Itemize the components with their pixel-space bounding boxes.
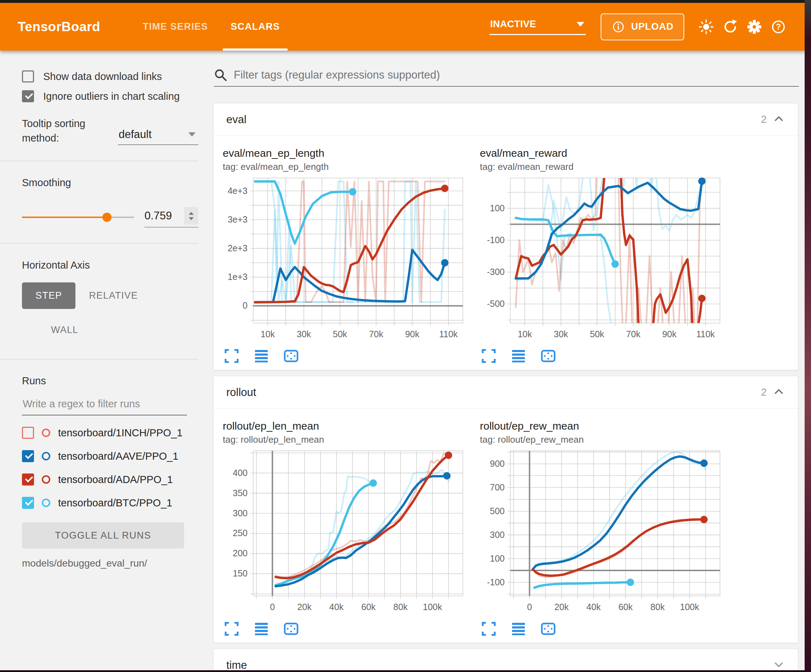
smoothing-stepper[interactable] (184, 207, 199, 225)
ignore-outliers-checkbox[interactable]: Ignore outliers in chart scaling (22, 90, 199, 102)
axis-relative-button[interactable]: RELATIVE (75, 283, 151, 309)
run-checkbox[interactable] (22, 474, 34, 486)
svg-text:900: 900 (490, 459, 505, 469)
svg-text:20k: 20k (297, 602, 312, 612)
run-row[interactable]: tensorboard/ADA/PPO_1 (22, 474, 199, 486)
svg-text:0: 0 (243, 300, 248, 310)
series-end-dot (698, 178, 706, 185)
runs-list: tensorboard/1INCH/PPO_1tensorboard/AAVE/… (22, 427, 199, 509)
run-color-circle[interactable] (42, 428, 50, 437)
svg-text:50k: 50k (333, 329, 348, 339)
reload-button[interactable] (718, 15, 742, 39)
tab-time-series[interactable]: TIME SERIES (131, 3, 219, 51)
line-chart[interactable]: 150200250300350400020k40k60k80k100k (221, 448, 468, 614)
svg-text:30k: 30k (554, 329, 568, 339)
expand-chart-button[interactable] (224, 348, 240, 364)
horizontal-axis-label: Horizontal Axis (22, 259, 199, 271)
run-status-select[interactable]: INACTIVE (489, 19, 586, 35)
svg-text:0: 0 (270, 602, 275, 612)
svg-text:60k: 60k (361, 602, 376, 612)
chart-actions (480, 621, 730, 637)
section-card-rollout: rollout 2 rollout/ep_len_meantag: rollou… (213, 376, 798, 643)
collapse-section-icon[interactable] (772, 385, 785, 399)
axis-step-button[interactable]: STEP (22, 283, 75, 309)
checkbox-icon[interactable] (22, 90, 34, 102)
svg-text:10k: 10k (518, 329, 532, 339)
chart-tag: tag: eval/mean_ep_length (223, 161, 473, 172)
svg-text:100k: 100k (423, 602, 442, 612)
lines-icon (511, 621, 526, 636)
chart-card: eval/mean_rewardtag: eval/mean_reward100… (478, 144, 730, 368)
tab-scalars[interactable]: SCALARS (219, 3, 291, 51)
series-end-dot (445, 452, 452, 459)
run-checkbox[interactable] (22, 450, 34, 462)
run-row[interactable]: tensorboard/AAVE/PPO_1 (22, 450, 199, 462)
divider (0, 359, 199, 359)
axis-wall-button[interactable]: WALL (37, 317, 92, 343)
expand-section-icon[interactable] (772, 658, 785, 670)
line-chart[interactable]: 01e+32e+33e+34e+310k30k50k70k90k110k (221, 175, 468, 342)
chart-title: eval/mean_ep_length (223, 147, 473, 159)
step-up-icon[interactable] (189, 212, 194, 215)
smoothed-series-tensorboard/BTC/PPO_1 (275, 483, 373, 585)
run-color-circle[interactable] (42, 475, 50, 484)
line-chart[interactable]: 900700500300100-100020k40k60k80k100k (478, 448, 726, 614)
section-header-eval[interactable]: eval 2 (214, 103, 798, 136)
svg-text:40k: 40k (329, 602, 344, 612)
chart-title: rollout/ep_len_mean (223, 420, 473, 432)
checkbox-icon[interactable] (22, 70, 34, 83)
svg-text:90k: 90k (405, 329, 420, 339)
run-row[interactable]: tensorboard/1INCH/PPO_1 (22, 427, 199, 439)
runs-filter-input[interactable] (22, 398, 187, 415)
filter-tags-input[interactable] (233, 68, 799, 82)
smoothed-series-tensorboard/AAVE/PPO_1 (516, 181, 702, 279)
section-header-time[interactable]: time (214, 649, 798, 670)
upload-button[interactable]: UPLOAD (601, 14, 684, 41)
fit-domain-button[interactable] (283, 348, 299, 364)
run-checkbox[interactable] (22, 497, 34, 509)
expand-chart-button[interactable] (480, 348, 497, 364)
data-series-button[interactable] (253, 621, 270, 637)
line-chart[interactable]: 100-100-300-50010k30k50k70k90k110k (478, 175, 726, 342)
svg-text:3e+3: 3e+3 (228, 215, 248, 224)
run-color-circle[interactable] (42, 452, 50, 460)
help-button[interactable]: ? (766, 15, 791, 39)
svg-text:0: 0 (527, 602, 532, 612)
step-down-icon[interactable] (189, 217, 194, 220)
fit-domain-button[interactable] (540, 348, 557, 364)
slider-handle[interactable] (102, 213, 112, 222)
svg-text:1e+3: 1e+3 (228, 272, 248, 282)
tooltip-sorting-select[interactable]: default (118, 128, 199, 145)
svg-text:80k: 80k (651, 602, 665, 612)
run-checkbox[interactable] (22, 427, 34, 439)
expand-chart-button[interactable] (480, 621, 497, 637)
brightness-icon (698, 19, 714, 35)
data-series-button[interactable] (510, 621, 527, 637)
desktop-background-edge (804, 0, 811, 672)
run-status-value: INACTIVE (490, 19, 536, 30)
lines-icon (254, 349, 269, 364)
series-end-dot (700, 516, 708, 523)
run-row[interactable]: tensorboard/BTC/PPO_1 (22, 497, 199, 509)
svg-text:-100: -100 (487, 235, 505, 245)
svg-text:70k: 70k (626, 329, 641, 339)
data-series-button[interactable] (253, 348, 270, 364)
smoothing-slider[interactable] (22, 217, 134, 218)
section-header-rollout[interactable]: rollout 2 (214, 376, 798, 409)
run-color-circle[interactable] (42, 499, 50, 507)
brightness-toggle-button[interactable] (694, 15, 718, 39)
lines-icon (254, 621, 269, 636)
fit-domain-button[interactable] (283, 621, 299, 637)
app-header: TensorBoard TIME SERIES SCALARS INACTIVE (0, 3, 804, 51)
expand-chart-button[interactable] (224, 621, 240, 637)
collapse-section-icon[interactable] (772, 113, 785, 127)
svg-text:10k: 10k (261, 329, 275, 339)
lines-icon (511, 349, 526, 364)
show-download-links-checkbox[interactable]: Show data download links (22, 70, 199, 83)
svg-text:110k: 110k (439, 329, 458, 339)
settings-button[interactable] (742, 15, 766, 39)
svg-text:80k: 80k (394, 602, 408, 612)
data-series-button[interactable] (510, 348, 527, 364)
fit-domain-button[interactable] (540, 621, 557, 637)
toggle-all-runs-button[interactable]: TOGGLE ALL RUNS (22, 522, 184, 548)
